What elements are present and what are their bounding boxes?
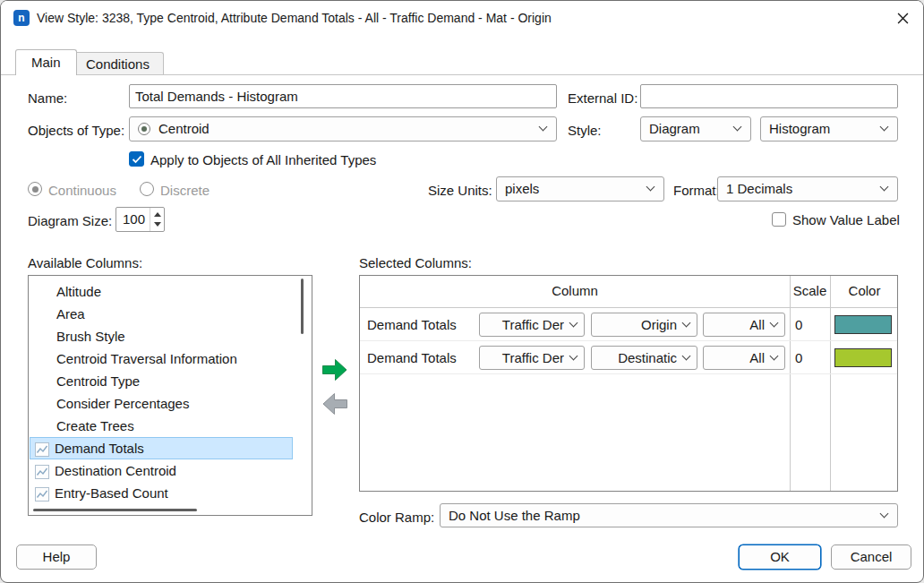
row-type-dropdown[interactable]: Traffic Der <box>479 313 585 337</box>
chevron-down-icon <box>682 318 691 327</box>
color-ramp-value: Do Not Use the Ramp <box>449 504 876 527</box>
spin-up-icon[interactable] <box>154 212 161 217</box>
row-filter-dropdown[interactable]: All <box>703 313 785 337</box>
line-chart-icon <box>35 441 49 455</box>
help-button[interactable]: Help <box>16 544 97 570</box>
row-matrix-dropdown[interactable]: Destinatic <box>591 346 697 370</box>
list-item-create-trees[interactable]: Create Trees <box>30 415 293 437</box>
chevron-down-icon <box>880 183 889 192</box>
add-column-button[interactable] <box>321 357 349 382</box>
close-button[interactable] <box>882 1 923 35</box>
show-value-label-checkbox[interactable] <box>772 212 786 227</box>
gray-left-arrow-icon <box>321 391 349 416</box>
row-column-name: Demand Totals <box>367 341 457 374</box>
list-item-label: Area <box>56 303 85 325</box>
row-matrix-value: Origin <box>596 313 677 336</box>
objects-of-type-label: Objects of Type: <box>28 123 124 138</box>
spin-down-icon[interactable] <box>154 222 161 227</box>
row-scale-value: 0 <box>795 308 802 341</box>
list-item-consider-percentages[interactable]: Consider Percentages <box>30 392 293 415</box>
continuous-radio <box>28 182 42 196</box>
format-label: Format: <box>673 183 720 198</box>
row-type-dropdown[interactable]: Traffic Der <box>479 346 585 370</box>
chevron-down-icon <box>880 123 889 132</box>
apply-inherited-label: Apply to Objects of All Inherited Types <box>150 152 376 167</box>
close-icon <box>897 13 909 24</box>
list-item-label: Centroid Type <box>56 370 140 392</box>
header-scale: Scale <box>790 283 830 298</box>
chevron-down-icon <box>682 351 691 360</box>
list-item-destination-centroid[interactable]: Destination Centroid <box>30 459 293 482</box>
green-right-arrow-icon <box>321 357 349 382</box>
selected-column-row: Demand Totals Traffic Der Origin All 0 <box>360 308 897 341</box>
ok-button[interactable]: OK <box>739 544 821 570</box>
discrete-label: Discrete <box>160 183 210 198</box>
list-item-centroid-type[interactable]: Centroid Type <box>30 370 293 392</box>
size-units-label: Size Units: <box>428 183 492 198</box>
tab-conditions[interactable]: Conditions <box>72 52 164 74</box>
chevron-down-icon <box>770 351 779 360</box>
list-item-label: Centroid Traversal Information <box>56 347 237 370</box>
chevron-down-icon <box>569 318 578 327</box>
color-ramp-label: Color Ramp: <box>359 510 434 525</box>
show-value-label-label: Show Value Label <box>792 212 900 227</box>
tab-main[interactable]: Main <box>15 49 77 75</box>
objects-of-type-dropdown[interactable]: Centroid <box>129 116 557 141</box>
style-kind-dropdown[interactable]: Histogram <box>760 116 898 141</box>
name-input[interactable] <box>129 84 557 108</box>
vertical-scrollbar-thumb[interactable] <box>301 279 304 334</box>
apply-inherited-checkbox[interactable] <box>129 151 144 167</box>
chevron-down-icon <box>880 509 889 518</box>
list-item-label: Demand Totals <box>55 437 144 459</box>
row-column-name: Demand Totals <box>367 308 457 341</box>
spinner-buttons <box>150 208 164 231</box>
color-ramp-dropdown[interactable]: Do Not Use the Ramp <box>440 503 898 527</box>
selected-columns-table: Column Scale Color Demand Totals Traffic… <box>359 275 898 492</box>
list-item-centroid-traversal[interactable]: Centroid Traversal Information <box>30 347 293 370</box>
list-item-demand-totals[interactable]: Demand Totals <box>30 437 293 459</box>
row-type-value: Traffic Der <box>484 313 564 336</box>
available-columns-list-inner: Altitude Area Brush Style Centroid Trave… <box>29 276 312 515</box>
style-category-dropdown[interactable]: Diagram <box>640 116 751 141</box>
chevron-down-icon <box>539 123 548 132</box>
list-item-label: Entry-Based Count <box>55 482 168 504</box>
list-item-label: Create Trees <box>56 415 134 437</box>
remove-column-button[interactable] <box>321 391 349 416</box>
discrete-radio <box>140 182 154 196</box>
objects-of-type-value: Centroid <box>158 117 535 141</box>
row-filter-dropdown[interactable]: All <box>703 346 785 370</box>
list-item-label: Brush Style <box>56 325 125 347</box>
selected-column-row: Demand Totals Traffic Der Destinatic All… <box>360 341 897 374</box>
name-label: Name: <box>28 90 67 106</box>
list-item-brush-style[interactable]: Brush Style <box>30 325 293 347</box>
row-color-swatch[interactable] <box>834 315 892 334</box>
diagram-size-spinner[interactable]: 100 <box>116 207 165 232</box>
line-chart-icon <box>35 463 49 477</box>
row-filter-value: All <box>708 313 765 336</box>
selected-columns-label: Selected Columns: <box>359 255 472 270</box>
app-logo-icon: n <box>13 10 30 26</box>
row-color-swatch[interactable] <box>834 348 892 367</box>
list-item-entry-based-count[interactable]: Entry-Based Count <box>30 482 293 504</box>
size-units-dropdown[interactable]: pixels <box>496 176 664 201</box>
row-matrix-value: Destinatic <box>596 347 677 369</box>
cancel-button[interactable]: Cancel <box>831 544 911 570</box>
chevron-down-icon <box>646 183 655 192</box>
row-type-value: Traffic Der <box>484 347 564 369</box>
row-scale-value: 0 <box>795 341 802 374</box>
diagram-size-value: 100 <box>123 208 145 231</box>
list-item-altitude[interactable]: Altitude <box>30 280 293 303</box>
format-dropdown[interactable]: 1 Decimals <box>717 176 898 201</box>
format-value: 1 Decimals <box>726 177 876 201</box>
external-id-input[interactable] <box>640 84 898 108</box>
radio-dot <box>32 186 38 193</box>
centroid-type-icon <box>138 123 150 135</box>
row-matrix-dropdown[interactable]: Origin <box>591 313 697 337</box>
row-filter-value: All <box>708 347 765 369</box>
style-category-value: Diagram <box>649 117 729 141</box>
external-id-label: External ID: <box>568 90 637 106</box>
view-style-dialog: n View Style: 3238, Type Centroid, Attri… <box>0 0 924 583</box>
list-item-area[interactable]: Area <box>30 303 293 325</box>
list-item-label: Consider Percentages <box>56 392 189 415</box>
horizontal-scrollbar-thumb[interactable] <box>33 509 197 511</box>
